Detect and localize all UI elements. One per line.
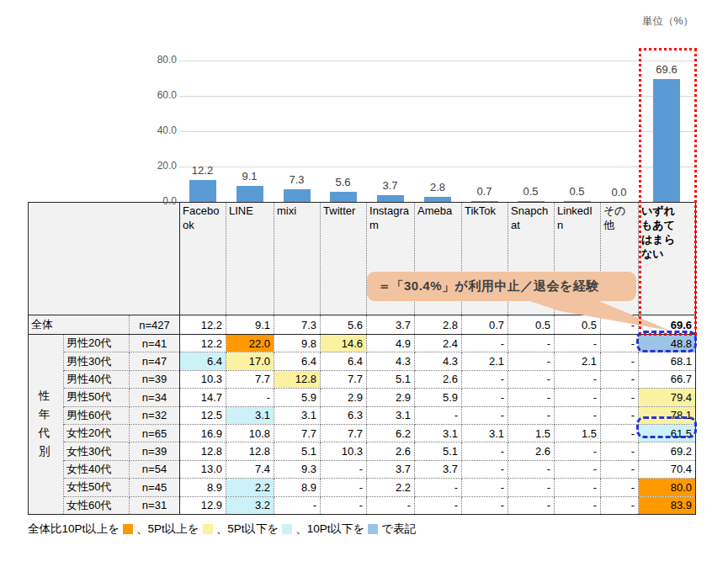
value-cell: 16.9 [180,424,226,442]
value-cell: 10.3 [180,370,226,388]
row-label: 女性30代 [64,442,130,460]
value-cell: 6.4 [321,352,367,370]
value-cell: 3.1 [226,406,274,424]
value-cell: 12.8 [226,442,274,460]
value-cell: 9.3 [274,460,321,478]
value-cell: - [555,479,601,496]
value-cell: 8.9 [180,479,226,496]
value-cell: 12.5 [180,406,226,424]
value-cell: 1.5 [508,424,555,442]
value-cell: 3.1 [274,406,321,424]
row-n: n=47 [130,352,180,370]
report-canvas: 単位（%） 0.020.040.060.080.012.29.17.35.63.… [0,0,728,572]
value-cell: 0.5 [555,315,601,335]
y-axis-tick: 60.0 [136,89,177,101]
value-cell: - [555,460,601,478]
value-cell: 2.6 [415,370,462,388]
value-cell: 14.6 [321,335,367,352]
value-cell: - [601,442,639,460]
row-n: n=31 [130,496,180,514]
row-n: n=39 [130,442,180,460]
chart-bar [189,180,216,202]
value-cell: 2.1 [462,352,508,370]
row-label: 男性50代 [64,389,130,406]
table-row: 女性20代n=6516.910.87.77.76.23.13.11.51.5-6… [29,424,696,442]
highlight-blue-dashed-box-male20 [636,331,697,352]
row-label: 女性20代 [64,424,130,442]
value-cell: - [415,479,462,496]
value-cell: 3.7 [415,460,462,478]
row-n: n=65 [130,424,180,442]
value-cell: - [508,370,555,388]
value-cell: 3.7 [367,315,415,335]
value-cell: 6.3 [321,406,367,424]
bar-value-label: 0.5 [508,185,554,198]
value-cell: - [601,370,639,388]
value-cell: - [321,460,367,478]
value-cell: - [601,389,639,406]
value-cell: 83.9 [639,496,696,514]
value-cell: 12.9 [180,496,226,514]
value-cell: 2.6 [367,442,415,460]
table-row-total: 全体n=42712.29.17.35.63.72.80.70.50.5-69.6 [29,315,696,335]
row-n: n=45 [130,479,180,496]
chart-bar [284,189,311,202]
value-cell: 3.7 [367,460,415,478]
y-axis-tick: 80.0 [136,54,177,66]
value-cell: - [462,479,508,496]
highlight-red-dotted-box [639,48,697,336]
value-cell: 22.0 [226,335,274,352]
bar-value-label: 0.0 [597,186,642,199]
annotation-bubble-text: ＝「30.4%」が利用中止／退会を経験 [378,278,599,294]
row-label: 男性40代 [64,370,130,388]
value-cell: 9.1 [226,315,274,335]
value-cell: 2.6 [508,442,555,460]
value-cell: - [555,389,601,406]
table-corner-cell [29,203,180,315]
value-cell: - [462,335,508,352]
value-cell: 4.3 [415,352,462,370]
value-cell: - [462,442,508,460]
table-row: 女性60代n=3112.93.2--------83.9 [29,496,696,514]
group-label: 性年代別 [29,335,64,515]
value-cell: - [462,496,508,514]
bar-value-label: 9.1 [227,170,273,183]
value-cell: 5.6 [321,315,367,335]
row-n: n=32 [130,406,180,424]
bar-value-label: 12.2 [180,164,226,177]
value-cell: 12.2 [180,335,226,352]
value-cell: 6.4 [274,352,321,370]
bar-value-label: 3.7 [368,179,413,192]
row-n: n=34 [130,389,180,406]
value-cell: - [367,496,415,514]
chart-bar [377,195,404,202]
value-cell: 66.7 [639,370,696,388]
value-cell: - [601,406,639,424]
value-cell: 2.2 [226,479,274,496]
highlight-blue-dashed-box-female20 [636,416,697,438]
legend-text: で表記 [381,522,416,537]
value-cell: 10.8 [226,424,274,442]
chart-bar [330,192,357,202]
bar-value-label: 0.7 [462,185,507,198]
row-label: 全体 [29,315,130,335]
value-cell: 13.0 [180,460,226,478]
value-cell: 5.1 [367,370,415,388]
value-cell: 6.2 [367,424,415,442]
y-axis-tick: 0.0 [136,195,177,207]
value-cell: - [462,406,508,424]
value-cell: 2.4 [415,335,462,352]
value-cell: 3.2 [226,496,274,514]
row-label: 男性30代 [64,352,130,370]
value-cell: 5.1 [274,442,321,460]
value-cell: 2.2 [367,479,415,496]
value-cell: 2.9 [321,389,367,406]
legend-text: 全体比10Pt以上を [28,522,120,537]
value-cell: 8.9 [274,479,321,496]
value-cell: - [508,479,555,496]
value-cell: 2.9 [367,389,415,406]
value-cell: 79.4 [639,389,696,406]
value-cell: 3.1 [415,424,462,442]
bar-value-label: 5.6 [321,176,366,188]
value-cell: 17.0 [226,352,274,370]
